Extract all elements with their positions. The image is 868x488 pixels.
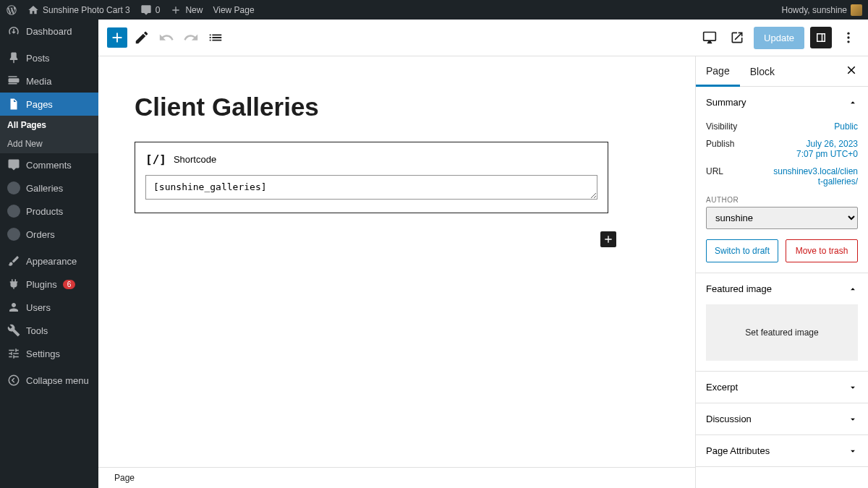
submenu-all-pages[interactable]: All Pages: [0, 116, 98, 134]
plug-icon: [7, 278, 20, 291]
menu-galleries[interactable]: Galleries: [0, 176, 98, 200]
panel-summary: Summary Visibility Public Publish July 2…: [696, 87, 868, 273]
collapse-icon: [7, 374, 20, 387]
set-featured-image[interactable]: Set featured image: [706, 304, 858, 361]
page-attributes-header[interactable]: Page Attributes: [696, 435, 868, 466]
document-overview[interactable]: [205, 27, 226, 48]
dashboard-icon: [7, 25, 20, 38]
page-title[interactable]: Client Galleries: [135, 93, 608, 121]
move-trash-button[interactable]: Move to trash: [786, 239, 858, 262]
editor-toolbar-left: [107, 27, 226, 48]
view-button[interactable]: [699, 27, 720, 48]
desktop-icon: [702, 30, 717, 45]
menu-pages[interactable]: Pages: [0, 93, 98, 116]
undo-icon: [158, 30, 174, 46]
shortcode-input[interactable]: [sunshine_galleries]: [145, 175, 597, 200]
site-name: Sunshine Photo Cart 3: [43, 5, 130, 15]
shortcode-header: [/] Shortcode: [145, 153, 597, 166]
kebab-icon: [841, 30, 856, 45]
admin-bar-right: Howdy, sunshine: [782, 4, 863, 16]
view-page-link[interactable]: View Page: [213, 5, 254, 15]
menu-orders[interactable]: Orders: [0, 223, 98, 246]
menu-products[interactable]: Products: [0, 200, 98, 223]
menu-tools[interactable]: Tools: [0, 319, 98, 342]
editor-main: Update Client Galleries [/] Shortcode [s…: [98, 20, 868, 488]
menu-users[interactable]: Users: [0, 296, 98, 319]
chevron-down-icon: [848, 446, 858, 456]
editor-header: Update: [98, 20, 868, 56]
settings-panel: Page Block Summary Visibility Public: [695, 56, 868, 488]
shortcode-icon: [/]: [145, 153, 166, 166]
menu-plugins[interactable]: Plugins 6: [0, 273, 98, 296]
visibility-row[interactable]: Visibility Public: [706, 118, 858, 135]
close-panel[interactable]: [835, 64, 868, 79]
user-icon: [7, 301, 20, 314]
home-icon: [27, 4, 39, 16]
panel-excerpt: Excerpt: [696, 372, 868, 403]
redo-button[interactable]: [181, 27, 201, 48]
preview-button[interactable]: [726, 27, 748, 48]
editor-toolbar-right: Update: [699, 27, 859, 49]
collapse-menu[interactable]: Collapse menu: [0, 369, 98, 392]
tools-toggle[interactable]: [132, 27, 152, 48]
summary-header[interactable]: Summary: [696, 87, 868, 118]
options-button[interactable]: [838, 27, 859, 48]
site-home[interactable]: Sunshine Photo Cart 3: [27, 4, 130, 16]
undo-button[interactable]: [156, 27, 176, 48]
update-button[interactable]: Update: [754, 27, 804, 49]
switch-draft-button[interactable]: Switch to draft: [706, 239, 778, 262]
menu-settings[interactable]: Settings: [0, 342, 98, 365]
panel-featured-image: Featured image Set featured image: [696, 273, 868, 372]
comments-count[interactable]: 0: [140, 4, 161, 16]
svg-point-0: [9, 375, 19, 385]
wp-logo[interactable]: [6, 4, 17, 16]
galleries-icon: [7, 181, 20, 194]
author-label: AUTHOR: [706, 196, 858, 204]
panel-icon: [814, 31, 827, 44]
submenu-add-new[interactable]: Add New: [0, 134, 98, 153]
shortcode-block[interactable]: [/] Shortcode [sunshine_galleries]: [135, 142, 608, 213]
container: Dashboard Posts Media Pages All Pages Ad…: [0, 20, 868, 488]
excerpt-header[interactable]: Excerpt: [696, 372, 868, 403]
wrench-icon: [7, 324, 20, 337]
page-icon: [7, 98, 20, 111]
svg-point-1: [847, 33, 849, 35]
tab-page[interactable]: Page: [696, 56, 740, 87]
tab-block[interactable]: Block: [740, 56, 785, 87]
menu-posts[interactable]: Posts: [0, 46, 98, 69]
publish-row[interactable]: Publish July 26, 20237:07 pm UTC+0: [706, 135, 858, 163]
brush-icon: [7, 254, 20, 267]
avatar: [851, 4, 862, 16]
block-breadcrumb[interactable]: Page: [98, 467, 695, 488]
panel-page-attributes: Page Attributes: [696, 435, 868, 467]
menu-media[interactable]: Media: [0, 69, 98, 93]
chevron-up-icon: [848, 98, 858, 108]
comment-icon: [7, 158, 20, 171]
add-block-toggle[interactable]: [107, 27, 127, 48]
plus-icon: [109, 30, 125, 46]
add-block-after[interactable]: [600, 231, 616, 247]
admin-bar-left: Sunshine Photo Cart 3 0 New View Page: [6, 4, 255, 16]
new-content[interactable]: New: [170, 4, 203, 16]
url-row[interactable]: URL sunshinev3.local/client-galleries/: [706, 163, 858, 190]
plugin-count-badge: 6: [63, 280, 76, 289]
author-select[interactable]: sunshine: [706, 207, 858, 229]
close-icon: [845, 64, 858, 77]
media-icon: [7, 74, 20, 87]
wordpress-icon: [6, 4, 17, 16]
panel-tabs: Page Block: [696, 56, 868, 87]
howdy-user[interactable]: Howdy, sunshine: [782, 4, 863, 16]
settings-panel-toggle[interactable]: [810, 27, 832, 48]
menu-dashboard[interactable]: Dashboard: [0, 20, 98, 43]
menu-comments[interactable]: Comments: [0, 153, 98, 176]
svg-point-2: [847, 36, 849, 38]
panel-discussion: Discussion: [696, 403, 868, 435]
chevron-up-icon: [848, 284, 858, 294]
products-icon: [7, 205, 20, 218]
menu-appearance[interactable]: Appearance: [0, 249, 98, 273]
chevron-down-icon: [848, 382, 858, 393]
pencil-icon: [134, 30, 150, 46]
featured-image-header[interactable]: Featured image: [696, 273, 868, 304]
discussion-header[interactable]: Discussion: [696, 403, 868, 435]
editor-body: Client Galleries [/] Shortcode [sunshine…: [98, 56, 868, 488]
